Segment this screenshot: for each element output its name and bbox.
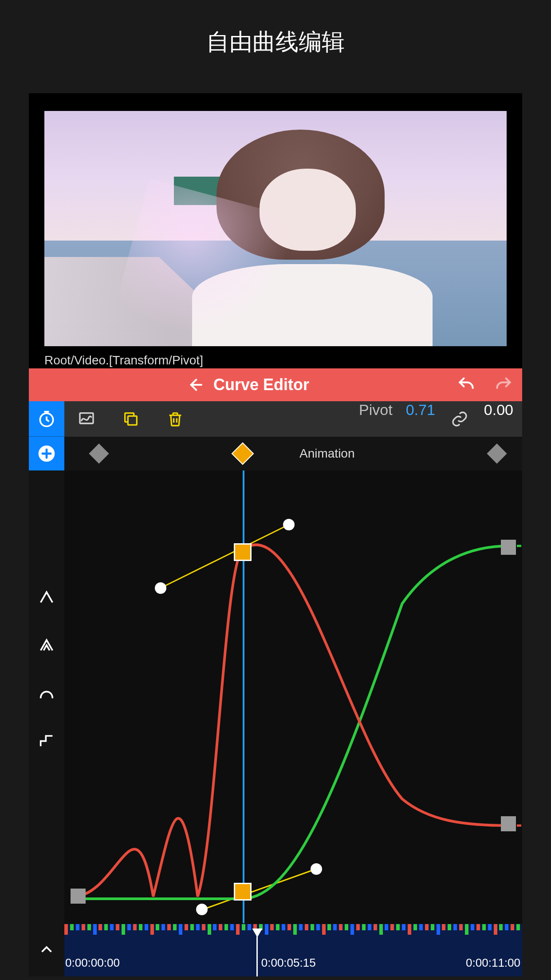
curve-editor-body bbox=[29, 470, 522, 923]
curve-canvas[interactable] bbox=[64, 470, 522, 923]
keyframe-marker[interactable] bbox=[89, 443, 109, 463]
svg-line-5 bbox=[202, 869, 316, 910]
add-keyframe-button[interactable] bbox=[29, 437, 64, 470]
animation-label: Animation bbox=[299, 447, 355, 461]
timeline-start-label: 0:00:00:00 bbox=[65, 956, 120, 970]
ease-peak-button[interactable] bbox=[36, 586, 57, 607]
clock-button[interactable] bbox=[29, 401, 64, 437]
ease-preset-rail bbox=[29, 470, 64, 923]
video-preview[interactable] bbox=[44, 111, 507, 346]
curve-toolbar: Pivot 0.71 0.00 bbox=[29, 401, 522, 437]
bottom-toolbar bbox=[0, 976, 551, 980]
timeline-mid-label: 0:00:05:15 bbox=[261, 956, 316, 970]
bezier-handle[interactable] bbox=[196, 904, 208, 915]
keyframe-track[interactable]: Animation bbox=[64, 437, 522, 470]
curve-svg bbox=[64, 470, 522, 923]
bezier-handle[interactable] bbox=[311, 863, 322, 875]
app-frame: Root/Video.[Transform/Pivot] Curve Edito… bbox=[29, 93, 522, 976]
redo-icon[interactable] bbox=[494, 375, 513, 395]
curve-type-button[interactable] bbox=[64, 401, 109, 437]
keyframe-marker-selected[interactable] bbox=[232, 443, 254, 465]
svg-line-4 bbox=[160, 525, 289, 588]
svg-rect-1 bbox=[80, 413, 93, 423]
timeline-expand-button[interactable] bbox=[29, 923, 64, 976]
curve-keyframe-selected[interactable] bbox=[234, 543, 252, 561]
page-title: 自由曲线编辑 bbox=[0, 0, 551, 75]
timeline-end-label: 0:00:11:00 bbox=[466, 956, 520, 970]
property-label: Pivot bbox=[350, 401, 397, 437]
delete-button[interactable] bbox=[153, 401, 197, 437]
svg-rect-2 bbox=[128, 416, 137, 425]
bezier-handle[interactable] bbox=[283, 519, 295, 530]
curve-endpoint[interactable] bbox=[501, 540, 516, 555]
copy-button[interactable] bbox=[109, 401, 153, 437]
property-value-secondary[interactable]: 0.00 bbox=[475, 401, 522, 437]
curve-endpoint[interactable] bbox=[71, 889, 86, 904]
property-path: Root/Video.[Transform/Pivot] bbox=[44, 351, 522, 368]
curve-editor-header: Curve Editor bbox=[29, 368, 522, 401]
ease-arc-button[interactable] bbox=[36, 682, 57, 703]
timeline: 0:00:00:00 0:00:05:15 0:00:11:00 bbox=[29, 923, 522, 976]
video-preview-container bbox=[29, 93, 522, 351]
timeline-track[interactable]: 0:00:00:00 0:00:05:15 0:00:11:00 bbox=[64, 923, 522, 976]
keyframe-row: Animation bbox=[29, 437, 522, 470]
link-button[interactable] bbox=[444, 401, 475, 437]
back-icon[interactable] bbox=[185, 375, 205, 395]
ease-step-button[interactable] bbox=[36, 730, 57, 751]
property-value-primary[interactable]: 0.71 bbox=[397, 401, 444, 437]
header-title: Curve Editor bbox=[213, 375, 309, 394]
bezier-handle[interactable] bbox=[155, 582, 166, 594]
ease-bounce-button[interactable] bbox=[36, 634, 57, 655]
keyframe-marker[interactable] bbox=[487, 443, 507, 463]
curve-endpoint[interactable] bbox=[501, 816, 516, 831]
curve-keyframe-selected[interactable] bbox=[234, 883, 252, 901]
undo-icon[interactable] bbox=[457, 375, 476, 395]
